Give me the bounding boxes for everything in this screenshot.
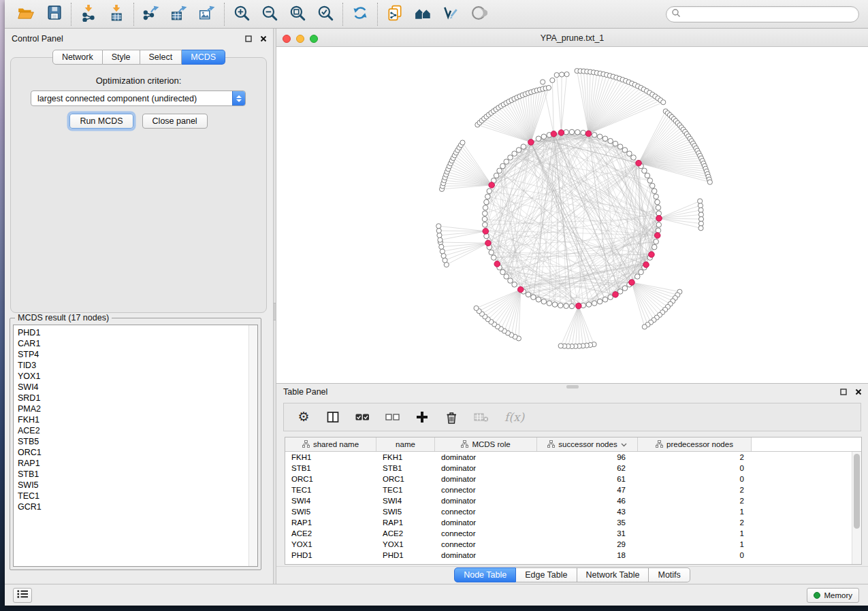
open-session-button[interactable] — [16, 5, 35, 24]
mcds-result-item[interactable]: STB1 — [14, 469, 257, 480]
close-panel-icon[interactable] — [855, 389, 862, 395]
cell-predecessor-nodes[interactable]: 2 — [638, 486, 752, 494]
zoom-out-button[interactable] — [260, 5, 279, 24]
contrast-eye-button[interactable] — [469, 5, 488, 24]
cell-successor-nodes[interactable]: 18 — [537, 551, 638, 559]
table-row[interactable]: SWI5SWI5connector431 — [285, 506, 861, 517]
column-header-name[interactable]: name — [376, 437, 435, 451]
memory-button[interactable]: Memory — [807, 588, 859, 603]
mcds-result-item[interactable]: STP4 — [14, 349, 257, 360]
cell-shared-name[interactable]: RAP1 — [285, 518, 376, 527]
mcds-result-item[interactable]: CAR1 — [14, 338, 257, 349]
add-column-icon[interactable] — [415, 409, 429, 425]
mcds-result-item[interactable]: SWI4 — [14, 382, 257, 393]
select-all-icon[interactable] — [355, 409, 370, 425]
tab-network-table[interactable]: Network Table — [577, 567, 649, 582]
search-field[interactable] — [666, 6, 859, 22]
column-header-MCDS-role[interactable]: MCDS role — [435, 437, 537, 451]
cell-name[interactable]: ORC1 — [376, 475, 435, 483]
table-row[interactable]: ORC1ORC1dominator610 — [285, 474, 861, 484]
refresh-view-button[interactable] — [351, 5, 370, 24]
close-panel-icon[interactable] — [260, 35, 267, 42]
optimization-criterion-select[interactable]: largest connected component (undirected) — [31, 90, 246, 106]
mcds-result-item[interactable]: RAP1 — [14, 458, 257, 469]
save-session-button[interactable] — [44, 5, 63, 24]
cell-name[interactable]: TEC1 — [376, 486, 435, 494]
mcds-result-item[interactable]: TID3 — [14, 360, 257, 371]
cell-MCDS-role[interactable]: dominator — [435, 464, 537, 472]
cell-predecessor-nodes[interactable]: 0 — [638, 551, 752, 559]
table-row[interactable]: TEC1TEC1connector472 — [285, 484, 861, 495]
cell-MCDS-role[interactable]: connector — [435, 508, 537, 516]
mcds-result-item[interactable]: TEC1 — [14, 491, 257, 501]
tab-network[interactable]: Network — [52, 50, 103, 65]
cell-successor-nodes[interactable]: 46 — [537, 497, 638, 505]
close-window-icon[interactable] — [283, 35, 291, 43]
cell-predecessor-nodes[interactable]: 0 — [638, 464, 752, 472]
mcds-result-item[interactable]: PMA2 — [14, 403, 257, 414]
float-panel-icon[interactable] — [245, 35, 252, 42]
table-row[interactable]: SWI4SWI4dominator462 — [285, 495, 861, 506]
cell-shared-name[interactable]: ACE2 — [285, 529, 376, 538]
mcds-result-item[interactable]: SWI5 — [14, 480, 257, 491]
zoom-in-button[interactable] — [232, 5, 251, 24]
cell-MCDS-role[interactable]: connector — [435, 486, 537, 494]
cell-MCDS-role[interactable]: connector — [435, 529, 537, 538]
minimize-window-icon[interactable] — [296, 35, 304, 43]
export-image-button[interactable] — [197, 5, 216, 24]
splitter-grip-icon[interactable] — [274, 303, 276, 320]
table-row[interactable]: STB1STB1dominator620 — [285, 463, 861, 474]
cell-predecessor-nodes[interactable]: 1 — [638, 529, 752, 538]
cell-shared-name[interactable]: STB1 — [285, 464, 376, 472]
zoom-fit-button[interactable] — [288, 5, 307, 24]
settings-gear-icon[interactable]: ⚙ — [297, 409, 310, 425]
column-header-shared-name[interactable]: shared name — [285, 437, 376, 451]
column-selector-icon[interactable] — [326, 409, 340, 425]
cell-successor-nodes[interactable]: 96 — [537, 453, 638, 461]
cell-MCDS-role[interactable]: dominator — [435, 475, 537, 483]
cell-shared-name[interactable]: YOX1 — [285, 540, 376, 548]
cell-name[interactable]: FKH1 — [376, 453, 435, 461]
mcds-result-list[interactable]: PHD1CAR1STP4TID3YOX1SWI4SRD1PMA2FKH1ACE2… — [13, 325, 258, 567]
network-window-titlebar[interactable]: YPA_prune.txt_1 — [276, 31, 868, 47]
tab-node-table[interactable]: Node Table — [454, 567, 516, 582]
float-panel-icon[interactable] — [840, 389, 847, 395]
mcds-result-item[interactable]: ORC1 — [14, 447, 257, 458]
cell-shared-name[interactable]: ORC1 — [285, 475, 376, 483]
mcds-result-item[interactable]: PHD1 — [14, 327, 257, 338]
cell-shared-name[interactable]: SWI4 — [285, 497, 376, 505]
cell-name[interactable]: RAP1 — [376, 518, 435, 527]
tab-edge-table[interactable]: Edge Table — [516, 567, 577, 582]
cell-predecessor-nodes[interactable]: 0 — [638, 475, 752, 483]
import-table-button[interactable] — [107, 5, 126, 24]
table-scrollbar[interactable] — [852, 452, 861, 564]
table-row[interactable]: RAP1RAP1dominator352 — [285, 517, 861, 528]
cell-name[interactable]: SWI4 — [376, 497, 435, 505]
zoom-selected-button[interactable] — [316, 5, 335, 24]
cell-predecessor-nodes[interactable]: 2 — [638, 518, 752, 527]
cell-shared-name[interactable]: PHD1 — [285, 551, 376, 559]
cell-MCDS-role[interactable]: dominator — [435, 518, 537, 527]
cell-MCDS-role[interactable]: dominator — [435, 453, 537, 461]
clear-selection-icon[interactable] — [385, 409, 400, 425]
cell-successor-nodes[interactable]: 61 — [537, 475, 638, 483]
cell-successor-nodes[interactable]: 62 — [537, 464, 638, 472]
network-manager-button[interactable] — [413, 5, 432, 24]
cell-successor-nodes[interactable]: 35 — [537, 518, 638, 527]
cell-name[interactable]: ACE2 — [376, 529, 435, 538]
mcds-result-item[interactable]: STB5 — [14, 436, 257, 447]
result-list-scrollbar[interactable] — [248, 325, 257, 566]
table-row[interactable]: FKH1FKH1dominator962 — [285, 452, 861, 463]
cell-MCDS-role[interactable]: dominator — [435, 551, 537, 559]
column-header-successor-nodes[interactable]: successor nodes — [537, 437, 638, 451]
cell-successor-nodes[interactable]: 47 — [537, 486, 638, 494]
mcds-result-item[interactable]: SRD1 — [14, 393, 257, 403]
cell-successor-nodes[interactable]: 31 — [537, 529, 638, 538]
delete-icon[interactable] — [445, 409, 458, 425]
cell-predecessor-nodes[interactable]: 1 — [638, 508, 752, 516]
tab-style[interactable]: Style — [103, 50, 140, 65]
cell-successor-nodes[interactable]: 43 — [537, 508, 638, 516]
cell-name[interactable]: SWI5 — [376, 508, 435, 516]
maximize-window-icon[interactable] — [310, 35, 318, 43]
import-network-button[interactable] — [79, 5, 98, 24]
